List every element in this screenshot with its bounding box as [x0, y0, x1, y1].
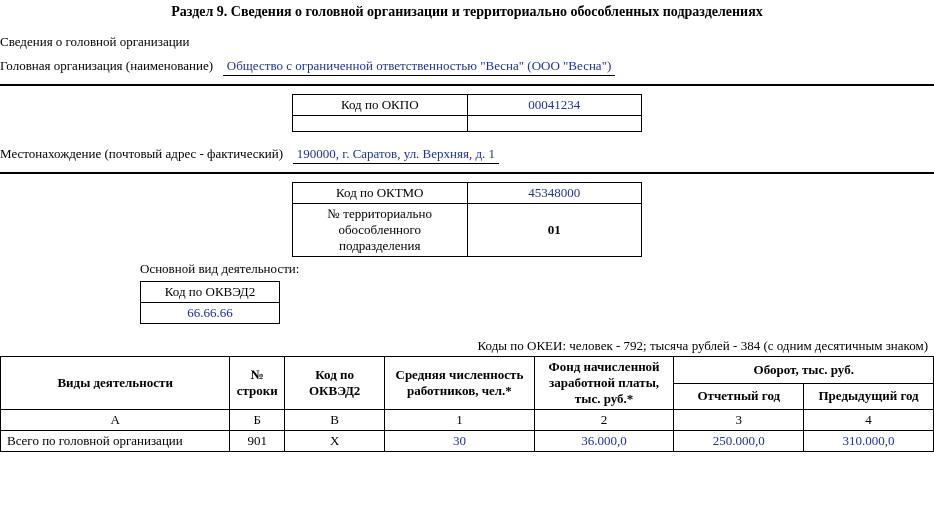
oktmo-value[interactable]: 45348000 [467, 183, 642, 204]
col-letter-1: 1 [385, 410, 535, 431]
activity-data-table: Виды деятельности № строки Код по ОКВЭД2… [0, 356, 934, 452]
okpo-empty-left [293, 116, 468, 132]
cell-report-year[interactable]: 250.000,0 [674, 431, 804, 452]
th-turnover: Оборот, тыс. руб. [674, 357, 934, 384]
col-letter-3: 3 [674, 410, 804, 431]
unit-no-value[interactable]: 01 [467, 204, 642, 257]
section-title: Раздел 9. Сведения о головной организаци… [0, 4, 934, 20]
head-org-info-label: Сведения о головной организации [0, 34, 934, 50]
okei-note: Коды по ОКЕИ: человек - 792; тысяча рубл… [0, 338, 928, 354]
th-row-no: № строки [230, 357, 285, 410]
cell-okved: Х [285, 431, 385, 452]
th-okved: Код по ОКВЭД2 [285, 357, 385, 410]
cell-activity: Всего по головной организации [1, 431, 230, 452]
oktmo-label: Код по ОКТМО [293, 183, 468, 204]
okpo-table: Код по ОКПО 00041234 [292, 94, 642, 132]
okved-value[interactable]: 66.66.66 [141, 303, 280, 324]
col-letter-4: 4 [804, 410, 934, 431]
oktmo-table: Код по ОКТМО 45348000 № территориально о… [292, 182, 642, 257]
okved-label: Код по ОКВЭД2 [141, 282, 280, 303]
location-label: Местонахождение (почтовый адрес - фактич… [0, 146, 283, 161]
th-report-year: Отчетный год [674, 383, 804, 410]
col-letter-v: В [285, 410, 385, 431]
th-payroll: Фонд начисленной заработной платы, тыс. … [534, 357, 674, 410]
okpo-label: Код по ОКПО [293, 95, 468, 116]
col-letter-a: А [1, 410, 230, 431]
head-org-name-value[interactable]: Общество с ограниченной ответственностью… [223, 58, 615, 76]
location-value[interactable]: 190000, г. Саратов, ул. Верхняя, д. 1 [293, 146, 499, 164]
okpo-empty-right [467, 116, 642, 132]
activity-label: Основной вид деятельности: [140, 261, 934, 277]
okved-table: Код по ОКВЭД2 66.66.66 [140, 281, 280, 324]
th-activity: Виды деятельности [1, 357, 230, 410]
okpo-value[interactable]: 00041234 [467, 95, 642, 116]
divider [0, 172, 934, 174]
cell-headcount[interactable]: 30 [385, 431, 535, 452]
th-headcount: Средняя численность работников, чел.* [385, 357, 535, 410]
col-letter-2: 2 [534, 410, 674, 431]
cell-payroll[interactable]: 36.000,0 [534, 431, 674, 452]
cell-prev-year[interactable]: 310.000,0 [804, 431, 934, 452]
divider [0, 84, 934, 86]
th-prev-year: Предыдущий год [804, 383, 934, 410]
unit-no-label: № территориально обособленного подраздел… [293, 204, 468, 257]
table-row: Всего по головной организации 901 Х 30 3… [1, 431, 934, 452]
head-org-name-label: Головная организация (наименование) [0, 58, 213, 73]
col-letter-b: Б [230, 410, 285, 431]
cell-row-no: 901 [230, 431, 285, 452]
